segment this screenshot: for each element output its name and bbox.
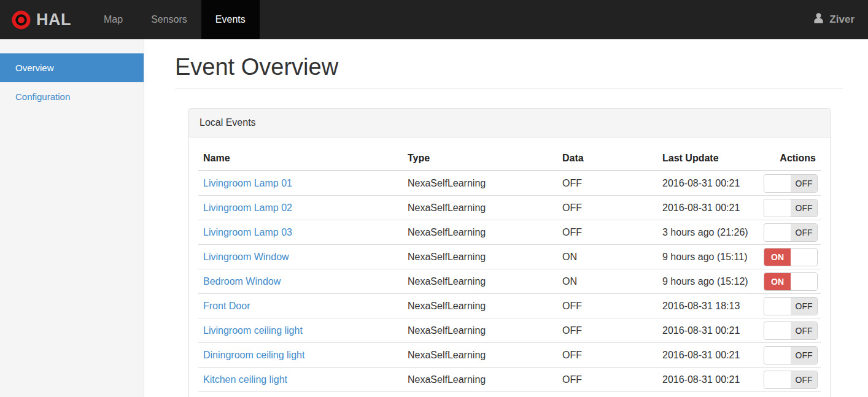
event-actions-cell: ON [759,245,821,269]
sidebar-item-overview[interactable]: Overview [0,53,144,82]
event-name-link[interactable]: Livingroom Window [203,252,289,262]
brand-link[interactable]: HAL [0,0,90,39]
event-data-cell: OFF [557,220,657,245]
page-title: Event Overview [175,54,843,89]
toggle-switch[interactable]: OFF [764,322,818,340]
event-type-cell: NexaSelfLearning [403,269,557,294]
event-name-link[interactable]: Livingroom Lamp 03 [203,227,292,237]
table-header-row: NameTypeDataLast UpdateActions [198,147,821,171]
user-name: Ziver [829,13,854,26]
event-name-link[interactable]: Livingroom ceiling light [203,325,303,336]
table-row: Livingroom ceiling lightNexaSelfLearning… [198,318,821,343]
top-navbar: HAL MapSensorsEvents Ziver [0,0,868,39]
switch-knob [764,199,791,217]
sidebar-item-configuration[interactable]: Configuration [0,82,144,111]
nav-item-sensors[interactable]: Sensors [137,0,201,39]
event-data-cell: OFF [557,196,657,220]
switch-off-label: OFF [791,347,817,364]
column-header-last-update: Last Update [657,147,759,171]
target-icon [12,10,31,29]
switch-knob [764,322,791,339]
event-data-cell: OFF [557,343,657,368]
toggle-switch[interactable]: ON [764,272,818,291]
table-row: Kitchen ceiling lightNexaSelfLearningOFF… [198,368,821,392]
event-type-cell: NexaSelfLearning [403,220,557,245]
switch-off-label: OFF [791,175,817,192]
event-actions-cell: ON [759,269,821,294]
toggle-switch[interactable]: OFF [764,371,818,389]
event-last-update-cell: 2016-08-31 00:21 [657,171,759,196]
nav-item-events[interactable]: Events [201,0,260,39]
local-events-panel: Local Events NameTypeDataLast UpdateActi… [188,108,831,397]
event-type-cell: NexaSelfLearning [403,343,557,368]
page-layout: OverviewConfiguration Event Overview Loc… [0,39,868,397]
event-last-update-cell: 3 hours ago (21:26) [657,220,759,245]
event-name-cell: Livingroom Window [198,245,403,269]
event-type-cell: NexaSelfLearning [403,318,557,343]
event-last-update-cell: 9 hours ago (15:12) [657,269,759,294]
toggle-switch[interactable]: OFF [764,199,818,217]
event-data-cell: ON [557,269,657,294]
table-row: Livingroom Lamp 03NexaSelfLearningOFF3 h… [198,220,821,245]
switch-off-label: OFF [791,371,817,388]
table-row: Livingroom Lamp 01NexaSelfLearningOFF201… [198,171,821,196]
event-name-cell: Livingroom ceiling light [198,318,403,343]
event-data-cell: OFF [557,171,657,196]
event-name-link[interactable]: Front Door [203,301,250,311]
event-data-cell: OFF [557,318,657,343]
nav-item-map[interactable]: Map [90,0,137,39]
event-actions-cell: OFF [759,343,821,368]
event-last-update-cell: 2016-08-31 00:21 [657,318,759,343]
event-name-link[interactable]: Bedroom Window [203,276,281,287]
event-type-cell: NexaSelfLearning [403,196,557,220]
table-row: Livingroom Lamp 02NexaSelfLearningOFF201… [198,196,821,220]
toggle-switch[interactable]: ON [764,248,818,266]
event-type-cell: NexaSelfLearning [403,368,557,392]
switch-off-label: OFF [791,322,817,339]
switch-off-label: OFF [791,224,817,241]
column-header-type: Type [403,147,557,171]
switch-knob [791,249,817,266]
sidebar: OverviewConfiguration [0,39,144,397]
event-name-link[interactable]: Diningroom ceiling light [203,350,304,360]
event-type-cell: NexaSelfLearning [403,171,557,196]
brand-label: HAL [36,10,71,29]
event-name-cell: Diningroom ceiling light [198,343,403,368]
switch-off-label: OFF [791,199,817,217]
table-body: Livingroom Lamp 01NexaSelfLearningOFF201… [198,171,821,392]
switch-knob [791,273,817,290]
event-type-cell: NexaSelfLearning [403,245,557,269]
event-name-link[interactable]: Livingroom Lamp 02 [203,202,292,213]
event-actions-cell: OFF [759,318,821,343]
toggle-switch[interactable]: OFF [764,174,818,193]
column-header-name: Name [198,147,403,171]
event-actions-cell: OFF [759,368,821,392]
event-name-cell: Kitchen ceiling light [198,368,403,392]
toggle-switch[interactable]: OFF [764,346,818,364]
main-content: Event Overview Local Events NameTypeData… [144,39,868,397]
sidebar-menu: OverviewConfiguration [0,53,144,111]
event-data-cell: OFF [557,368,657,392]
event-name-cell: Bedroom Window [198,269,403,294]
event-name-link[interactable]: Livingroom Lamp 01 [203,178,292,188]
event-name-cell: Livingroom Lamp 01 [198,171,403,196]
toggle-switch[interactable]: OFF [764,223,818,242]
event-data-cell: OFF [557,294,657,318]
switch-knob [764,347,791,364]
event-last-update-cell: 2016-08-31 00:21 [657,343,759,368]
event-actions-cell: OFF [759,220,821,245]
event-name-cell: Front Door [198,294,403,318]
events-table: NameTypeDataLast UpdateActions Livingroo… [198,147,821,392]
switch-knob [764,224,791,241]
user-menu[interactable]: Ziver [813,0,868,39]
person-icon [813,12,824,27]
nav-spacer [260,0,813,39]
event-name-cell: Livingroom Lamp 02 [198,196,403,220]
column-header-data: Data [557,147,657,171]
column-header-actions: Actions [759,147,821,171]
table-row: Diningroom ceiling lightNexaSelfLearning… [198,343,821,368]
event-name-link[interactable]: Kitchen ceiling light [203,374,287,385]
toggle-switch[interactable]: OFF [764,297,818,315]
event-actions-cell: OFF [759,171,821,196]
event-actions-cell: OFF [759,294,821,318]
